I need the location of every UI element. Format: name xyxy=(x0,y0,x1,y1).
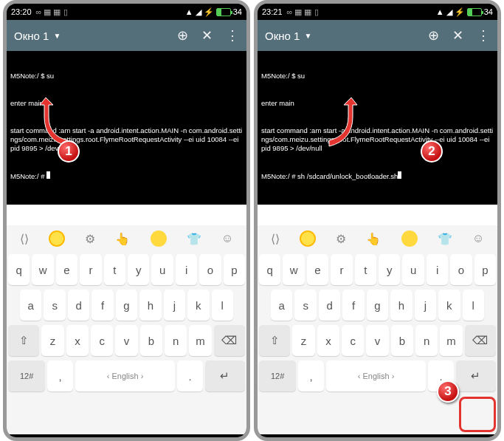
symbols-key[interactable]: 12# xyxy=(8,360,45,392)
tshirt-icon[interactable]: 👕 xyxy=(438,232,452,246)
status-icons-right: ▲ ◢ ⚡ 34 xyxy=(185,7,242,17)
key-w[interactable]: w xyxy=(32,254,53,285)
key-n[interactable]: n xyxy=(165,325,187,356)
key-v[interactable]: v xyxy=(115,325,137,356)
key-b[interactable]: b xyxy=(140,325,162,356)
kb-collapse-icon[interactable]: ⟨⟩ xyxy=(20,232,29,246)
key-x[interactable]: x xyxy=(317,325,339,356)
key-row-3: ⇧ z x c v b n m ⌫ xyxy=(258,323,497,358)
add-tab-button[interactable]: ⊕ xyxy=(177,27,188,44)
key-o[interactable]: o xyxy=(199,254,221,285)
key-l[interactable]: l xyxy=(463,290,484,321)
key-e[interactable]: e xyxy=(307,254,328,285)
key-p[interactable]: p xyxy=(224,254,245,285)
key-i[interactable]: i xyxy=(427,254,448,285)
key-u[interactable]: u xyxy=(402,254,424,285)
charge-icon: ⚡ xyxy=(455,7,465,17)
key-r[interactable]: r xyxy=(80,254,101,285)
tshirt-icon[interactable]: 👕 xyxy=(187,232,201,246)
key-b[interactable]: b xyxy=(391,325,413,356)
key-u[interactable]: u xyxy=(151,254,173,285)
key-l[interactable]: l xyxy=(212,290,233,321)
theme-icon[interactable] xyxy=(49,230,65,247)
period-key[interactable]: . xyxy=(177,360,203,392)
window-title[interactable]: Окно 1 xyxy=(265,30,300,42)
shift-key[interactable]: ⇧ xyxy=(8,325,39,356)
key-n[interactable]: n xyxy=(415,325,438,356)
battery-icon xyxy=(467,8,482,16)
dropdown-icon[interactable]: ▼ xyxy=(53,32,61,40)
term-line: M5Note:/ $ su xyxy=(10,72,243,81)
theme-icon[interactable] xyxy=(300,230,316,247)
key-s[interactable]: s xyxy=(294,290,316,321)
terminal-output[interactable]: M5Note:/ $ su enter main start command :… xyxy=(7,51,246,205)
space-key[interactable]: ‹ English › xyxy=(75,360,175,392)
key-o[interactable]: o xyxy=(450,254,472,285)
key-y[interactable]: y xyxy=(379,254,400,285)
backspace-key[interactable]: ⌫ xyxy=(214,325,245,356)
terminal-output[interactable]: M5Note:/ $ su enter main start command :… xyxy=(258,51,497,205)
key-y[interactable]: y xyxy=(128,254,149,285)
key-k[interactable]: k xyxy=(438,290,460,321)
menu-button[interactable]: ⋮ xyxy=(226,27,239,44)
key-t[interactable]: t xyxy=(355,254,376,285)
emoji-icon[interactable]: ☺ xyxy=(221,232,233,245)
key-k[interactable]: k xyxy=(187,290,209,321)
key-d[interactable]: d xyxy=(68,290,89,321)
key-z[interactable]: z xyxy=(292,325,314,356)
status-icons-left: ∞ ▦ ▦ ▯ xyxy=(287,7,319,17)
enter-key[interactable]: ↵ xyxy=(456,360,496,392)
key-c[interactable]: c xyxy=(342,325,364,356)
term-line: enter main xyxy=(10,99,243,108)
kb-collapse-icon[interactable]: ⟨⟩ xyxy=(271,232,280,246)
key-m[interactable]: m xyxy=(440,325,462,356)
key-e[interactable]: e xyxy=(56,254,77,285)
add-tab-button[interactable]: ⊕ xyxy=(428,27,439,44)
key-h[interactable]: h xyxy=(390,290,412,321)
key-f[interactable]: f xyxy=(342,290,364,321)
key-s[interactable]: s xyxy=(44,290,65,321)
key-j[interactable]: j xyxy=(164,290,185,321)
backspace-key[interactable]: ⌫ xyxy=(465,325,496,356)
touchpal-icon[interactable]: 👆 xyxy=(115,232,130,246)
key-v[interactable]: v xyxy=(366,325,388,356)
key-row-2: a s d f g h j k l xyxy=(7,287,246,323)
key-w[interactable]: w xyxy=(283,254,304,285)
comma-key[interactable]: , xyxy=(47,360,73,392)
key-i[interactable]: i xyxy=(176,254,197,285)
key-c[interactable]: c xyxy=(91,325,113,356)
enter-key[interactable]: ↵ xyxy=(205,360,245,392)
space-key[interactable]: ‹ English › xyxy=(326,360,426,392)
shift-key[interactable]: ⇧ xyxy=(259,325,290,356)
key-q[interactable]: q xyxy=(8,254,30,285)
key-m[interactable]: m xyxy=(189,325,211,356)
key-a[interactable]: a xyxy=(271,290,292,321)
kb-settings-icon[interactable]: ⚙ xyxy=(336,232,346,246)
key-p[interactable]: p xyxy=(474,254,496,285)
key-g[interactable]: g xyxy=(367,290,388,321)
window-title[interactable]: Окно 1 xyxy=(14,30,49,42)
comma-key[interactable]: , xyxy=(298,360,324,392)
emoji-icon[interactable]: ☺ xyxy=(472,232,484,245)
key-r[interactable]: r xyxy=(331,254,352,285)
key-t[interactable]: t xyxy=(104,254,125,285)
key-a[interactable]: a xyxy=(20,290,41,321)
key-x[interactable]: x xyxy=(66,325,89,356)
key-z[interactable]: z xyxy=(41,325,63,356)
touchpal-icon[interactable]: 👆 xyxy=(366,232,381,246)
dropdown-icon[interactable]: ▼ xyxy=(304,32,311,40)
close-tab-button[interactable]: ✕ xyxy=(201,27,213,44)
kb-settings-icon[interactable]: ⚙ xyxy=(85,232,95,246)
key-h[interactable]: h xyxy=(139,290,161,321)
key-q[interactable]: q xyxy=(259,254,280,285)
emoji-face-icon[interactable] xyxy=(401,230,418,247)
key-j[interactable]: j xyxy=(415,290,436,321)
emoji-face-icon[interactable] xyxy=(151,230,167,247)
symbols-key[interactable]: 12# xyxy=(259,360,296,392)
close-tab-button[interactable]: ✕ xyxy=(452,27,463,44)
key-g[interactable]: g xyxy=(116,290,137,321)
annotation-badge-2: 2 xyxy=(421,140,443,163)
key-d[interactable]: d xyxy=(319,290,340,321)
key-f[interactable]: f xyxy=(92,290,113,321)
menu-button[interactable]: ⋮ xyxy=(477,27,490,44)
